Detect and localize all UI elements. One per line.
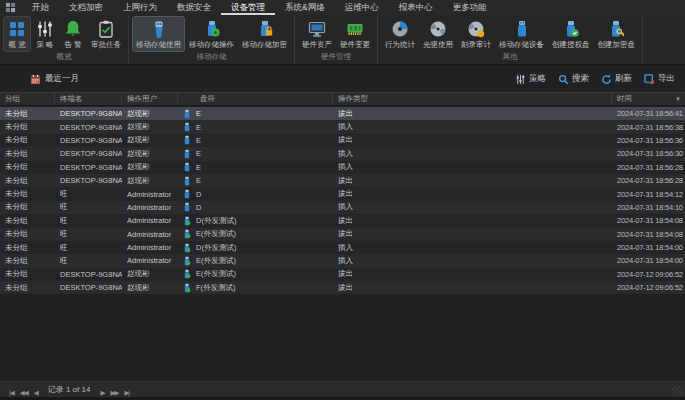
cell-terminal: DESKTOP-9G8NA80 (55, 176, 122, 185)
cell-group: 未分组 (0, 283, 55, 293)
ribbon-item-1-0[interactable]: 移动存储使用 (133, 17, 184, 51)
nav-next-button-1[interactable]: ▶▶ (107, 389, 121, 396)
cell-user: 赵现彬 (122, 149, 178, 159)
monitor-icon (307, 19, 327, 39)
table-row-8[interactable]: 未分组旺AdministratorD(外发测试)拔出2024-07-31 18:… (0, 214, 685, 227)
cell-group: 未分组 (0, 135, 55, 145)
table-row-11[interactable]: 未分组旺AdministratorE(外发测试)插入2024-07-31 18:… (0, 254, 685, 267)
ribbon-group-label: 硬件管理 (299, 51, 373, 64)
ribbon-item-3-3[interactable]: 移动存储设备 (496, 17, 547, 51)
table-row-10[interactable]: 未分组旺AdministratorD(外发测试)插入2024-07-31 18:… (0, 241, 685, 254)
cell-time: 2024-07-31 18:56:36 (612, 136, 685, 145)
resize-grip[interactable] (672, 387, 683, 396)
ribbon-group-label: 概览 (4, 51, 124, 64)
menu-tab-0[interactable]: 开始 (22, 0, 59, 15)
ribbon-item-3-2[interactable]: 刻录审计 (458, 17, 494, 51)
export-button[interactable]: 导出 (644, 73, 675, 85)
cell-time: 2024-07-31 18:56:28 (612, 163, 685, 172)
toolbar-actions: 策略搜索刷新导出 (515, 73, 675, 85)
table-row-9[interactable]: 未分组旺AdministratorE(外发测试)拔出2024-07-31 18:… (0, 228, 685, 241)
ribbon-item-1-1[interactable]: 移动存储操作 (186, 17, 237, 51)
cell-user: 赵现彬 (122, 176, 178, 186)
search-button[interactable]: 搜索 (558, 73, 589, 85)
cell-terminal: DESKTOP-9G8NA80 (55, 136, 122, 145)
table-row-12[interactable]: 未分组DESKTOP-9G8NA80赵现彬E(外发测试)拔出2024-07-12… (0, 268, 685, 281)
cell-time: 2024-07-31 18:54:10 (612, 203, 685, 212)
cell-terminal: DESKTOP-9G8NA80 (55, 163, 122, 172)
ribbon-item-1-2[interactable]: 移动存储加密 (239, 17, 290, 51)
nav-prev-button-2[interactable]: ◀ (31, 389, 41, 396)
menu-tab-2[interactable]: 上网行为 (113, 0, 167, 15)
date-range-filter-button[interactable]: 最近一月 (30, 73, 79, 85)
table-row-13[interactable]: 未分组DESKTOP-9G8NA80赵现彬F(外发测试)拔出2024-07-12… (0, 281, 685, 294)
cell-group: 未分组 (0, 149, 55, 159)
ribbon-item-2-1[interactable]: 硬件变更 (337, 17, 373, 51)
cell-operation: 插入 (333, 202, 612, 212)
menu-tab-5[interactable]: 系统&网络 (275, 0, 335, 15)
column-header-0[interactable]: 分组 (0, 93, 55, 105)
menu-tab-8[interactable]: 更多功能 (443, 0, 497, 15)
ribbon-item-2-0[interactable]: 硬件资产 (299, 17, 335, 51)
table-row-7[interactable]: 未分组旺AdministratorD插入2024-07-31 18:54:10 (0, 201, 685, 214)
table-row-1[interactable]: 未分组DESKTOP-9G8NA80赵现彬E插入2024-07-31 18:56… (0, 120, 685, 133)
menu-tab-1[interactable]: 文档加密 (59, 0, 113, 15)
cell-drive: D(外发测试) (178, 216, 333, 226)
menu-tab-7[interactable]: 报表中心 (389, 0, 443, 15)
cell-drive: E (178, 122, 333, 132)
menu-tab-3[interactable]: 数据安全 (167, 0, 221, 15)
ribbon-item-0-1[interactable]: 策 略 (32, 17, 58, 51)
usb-lock-icon (255, 19, 275, 39)
table-row-6[interactable]: 未分组旺AdministratorD拔出2024-07-31 18:54:12 (0, 187, 685, 200)
ribbon-group-0: 概 览策 略告 警审批任务概览 (0, 15, 129, 64)
time-filter-arrow-icon[interactable]: ▼ (675, 96, 681, 102)
column-header-3[interactable]: 盘符 (178, 93, 333, 105)
ribbon-item-0-2[interactable]: 告 警 (60, 17, 86, 51)
refresh-button[interactable]: 刷新 (601, 73, 632, 85)
ribbon-item-label: 行为统计 (385, 40, 415, 50)
ribbon-item-0-0[interactable]: 概 览 (4, 17, 30, 51)
column-header-5[interactable]: 时间▼ (612, 93, 685, 105)
table-row-0[interactable]: 未分组DESKTOP-9G8NA80赵现彬E拔出2024-07-31 18:56… (0, 107, 685, 120)
table-row-4[interactable]: 未分组DESKTOP-9G8NA80赵现彬E插入2024-07-31 18:56… (0, 161, 685, 174)
ribbon-item-3-0[interactable]: 行为统计 (382, 17, 418, 51)
nav-prev-button-0[interactable]: |◀ (6, 389, 17, 396)
ribbon-item-3-5[interactable]: 创建加密盘 (595, 17, 639, 51)
usb-green-usb-drive-icon (183, 229, 191, 239)
table-row-3[interactable]: 未分组DESKTOP-9G8NA80赵现彬E插入2024-07-31 18:56… (0, 147, 685, 160)
cell-time: 2024-07-12 09:06:52 (612, 270, 685, 279)
menu-tab-6[interactable]: 运维中心 (335, 0, 389, 15)
nav-next-button-2[interactable]: ▶| (121, 389, 132, 396)
drive-letter-label: D (196, 203, 201, 212)
ribbon-item-label: 移动存储操作 (189, 40, 234, 50)
ribbon-item-label: 创建授权盘 (552, 40, 590, 50)
nav-next-button-0[interactable]: ▶ (97, 389, 107, 396)
cell-user: Administrator (122, 243, 178, 252)
cell-terminal: 旺 (55, 216, 122, 226)
cell-user: 赵现彬 (122, 283, 178, 293)
drive-letter-label: E (196, 149, 201, 158)
cell-time: 2024-07-12 09:06:52 (612, 283, 685, 292)
table-row-2[interactable]: 未分组DESKTOP-9G8NA80赵现彬E拔出2024-07-31 18:56… (0, 134, 685, 147)
column-header-4[interactable]: 操作类型 (333, 93, 612, 105)
nav-prev-button-1[interactable]: ◀◀ (17, 389, 31, 396)
ribbon-item-3-4[interactable]: 创建授权盘 (549, 17, 593, 51)
ribbon-group-2: 硬件资产硬件变更硬件管理 (295, 15, 378, 64)
ribbon-item-0-3[interactable]: 审批任务 (88, 17, 124, 51)
column-header-1[interactable]: 终端名 (55, 93, 122, 105)
cell-drive: D (178, 189, 333, 199)
menu-tab-4[interactable]: 设备管理 (221, 0, 275, 15)
policy-button[interactable]: 策略 (515, 73, 546, 85)
table-row-5[interactable]: 未分组DESKTOP-9G8NA80赵现彬E拔出2024-07-31 18:56… (0, 174, 685, 187)
usb-key-icon (606, 19, 626, 39)
ribbon-item-label: 移动存储使用 (136, 40, 181, 50)
drive-letter-label: E (196, 136, 201, 145)
cell-terminal: 旺 (55, 243, 122, 253)
cell-time: 2024-07-31 18:54:00 (612, 256, 685, 265)
cell-group: 未分组 (0, 229, 55, 239)
toolbar-action-label: 策略 (529, 73, 546, 85)
column-header-2[interactable]: 操作用户 (122, 93, 178, 105)
toolbar-action-label: 刷新 (615, 73, 632, 85)
date-range-label: 最近一月 (45, 73, 79, 85)
ribbon-item-3-1[interactable]: 光驱使用 (420, 17, 456, 51)
app-logo-icon[interactable] (5, 2, 16, 13)
